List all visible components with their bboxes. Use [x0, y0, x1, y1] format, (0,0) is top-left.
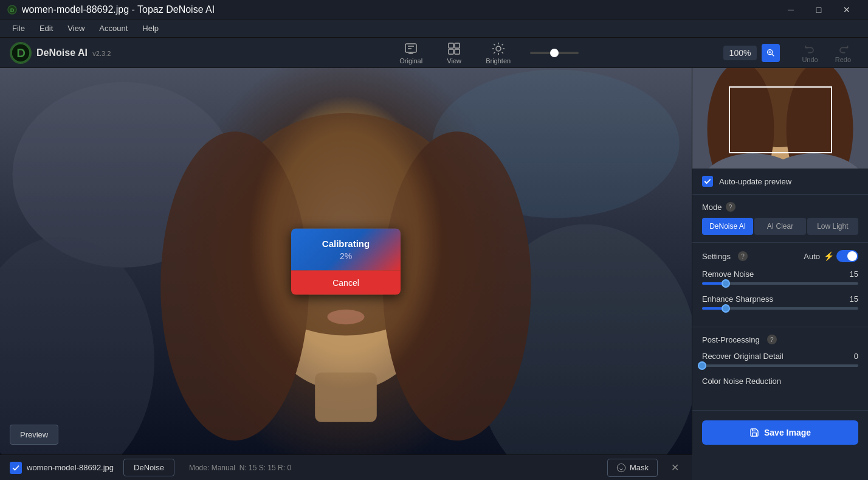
- mask-button[interactable]: Mask: [607, 459, 658, 477]
- settings-help-icon[interactable]: ?: [738, 251, 748, 261]
- calibrating-top: Calibrating 2%: [291, 228, 401, 270]
- remove-noise-label: Remove Noise: [702, 270, 754, 279]
- cancel-button[interactable]: Cancel: [291, 270, 401, 294]
- save-icon: [749, 428, 759, 437]
- mode-lowlight-btn[interactable]: Low Light: [807, 218, 858, 235]
- menu-edit[interactable]: Edit: [32, 21, 60, 35]
- remove-noise-row: Remove Noise 15: [702, 270, 858, 285]
- enhance-sharpness-value: 15: [850, 294, 858, 304]
- brighten-label: Brighten: [486, 57, 511, 64]
- mode-title: Mode: [702, 203, 722, 212]
- color-noise-row: Color Noise Reduction: [702, 377, 858, 386]
- menu-bar: File Edit View Account Help: [0, 19, 868, 38]
- mode-header: Mode ?: [702, 202, 858, 212]
- svg-line-16: [501, 44, 503, 45]
- color-noise-label: Color Noise Reduction: [702, 377, 781, 386]
- svg-point-8: [496, 46, 501, 51]
- close-file-button[interactable]: ✕: [667, 461, 682, 475]
- thumbnail-viewport[interactable]: [729, 86, 832, 153]
- main-content: Calibrating 2% Cancel Preview: [0, 68, 868, 454]
- app-logo: [10, 42, 32, 64]
- preview-button[interactable]: Preview: [10, 425, 58, 445]
- main-toolbar: DeNoise AI v2.3.2 Original View: [0, 38, 868, 68]
- photo-background: Calibrating 2% Cancel Preview: [0, 68, 692, 454]
- mask-btn-label: Mask: [630, 463, 649, 472]
- save-button[interactable]: Save Image: [702, 420, 858, 445]
- lightning-icon: ⚡: [824, 251, 834, 261]
- post-help-icon[interactable]: ?: [767, 335, 777, 344]
- post-processing-section: Post-Processing ? Recover Original Detai…: [692, 327, 868, 403]
- mode-denoise-btn[interactable]: DeNoise AI: [702, 218, 753, 235]
- mode-aiclear-btn[interactable]: AI Clear: [754, 218, 805, 235]
- logo-area: DeNoise AI v2.3.2: [10, 42, 111, 64]
- svg-line-12: [501, 52, 503, 53]
- remove-noise-thumb[interactable]: [722, 279, 730, 288]
- zoom-in-icon: [766, 48, 776, 58]
- mode-section: Mode ? DeNoise AI AI Clear Low Light: [692, 195, 868, 243]
- close-button[interactable]: ✕: [833, 0, 861, 19]
- brighten-icon: [491, 41, 506, 56]
- toolbar-center: Original View Brighten: [394, 39, 579, 67]
- brightness-control: [530, 52, 579, 54]
- calibrating-percent: 2%: [301, 251, 391, 260]
- mode-buttons: DeNoise AI AI Clear Low Light: [702, 218, 858, 235]
- mode-help-icon[interactable]: ?: [726, 202, 735, 212]
- remove-noise-label-row: Remove Noise 15: [702, 270, 858, 279]
- settings-header-left: Settings ?: [702, 251, 748, 261]
- app-name: DeNoise AI: [36, 47, 88, 58]
- calibrating-title: Calibrating: [301, 238, 391, 248]
- redo-label: Redo: [835, 56, 851, 63]
- undo-icon: [804, 43, 816, 55]
- undo-redo-area: Undo Redo: [794, 40, 858, 66]
- enhance-sharpness-track: [702, 307, 858, 310]
- right-panel: Auto-update preview Mode ? DeNoise AI AI…: [692, 68, 868, 454]
- canvas-area[interactable]: Calibrating 2% Cancel Preview: [0, 68, 692, 454]
- svg-rect-6: [449, 49, 453, 54]
- menu-help[interactable]: Help: [135, 21, 166, 35]
- svg-point-28: [383, 131, 531, 440]
- recover-detail-thumb[interactable]: [698, 361, 706, 370]
- mode-info: Mode: Manual N: 15 S: 15 R: 0: [189, 464, 291, 472]
- svg-rect-29: [315, 372, 377, 422]
- recover-detail-value: 0: [854, 352, 858, 361]
- brightness-slider[interactable]: [530, 52, 579, 54]
- brighten-button[interactable]: Brighten: [481, 39, 515, 67]
- redo-button[interactable]: Redo: [828, 40, 858, 66]
- redo-icon: [837, 43, 849, 55]
- view-label: View: [447, 57, 461, 64]
- file-name: women-model-88692.jpg: [27, 463, 114, 472]
- remove-noise-track: [702, 282, 858, 285]
- minimize-button[interactable]: ─: [777, 0, 805, 19]
- enhance-sharpness-label: Enhance Sharpness: [702, 294, 773, 304]
- original-icon: [404, 41, 418, 56]
- auto-toggle-switch[interactable]: [836, 250, 858, 262]
- menu-view[interactable]: View: [60, 21, 92, 35]
- undo-button[interactable]: Undo: [794, 40, 825, 66]
- bottom-right-area: Mask ✕: [607, 459, 682, 477]
- toolbar-right: 100% Undo Redo: [723, 40, 858, 66]
- svg-point-27: [160, 131, 309, 440]
- titlebar-left: D women-model-88692.jpg - Topaz DeNoise …: [7, 4, 215, 15]
- save-button-label: Save Image: [764, 428, 811, 437]
- zoom-in-button[interactable]: [762, 44, 780, 62]
- view-button[interactable]: View: [442, 39, 466, 67]
- denoise-button[interactable]: DeNoise: [123, 459, 174, 476]
- file-check-area: women-model-88692.jpg: [10, 462, 114, 474]
- save-button-area: Save Image: [692, 410, 868, 454]
- menu-file[interactable]: File: [5, 21, 32, 35]
- original-button[interactable]: Original: [394, 39, 427, 67]
- recover-detail-label-row: Recover Original Detail 0: [702, 352, 858, 361]
- enhance-sharpness-thumb[interactable]: [722, 304, 730, 313]
- app-version: v2.3.2: [92, 50, 111, 57]
- maximize-button[interactable]: □: [805, 0, 833, 19]
- titlebar-controls: ─ □ ✕: [777, 0, 861, 19]
- svg-rect-3: [405, 44, 416, 52]
- auto-update-checkbox[interactable]: [702, 176, 713, 187]
- recover-detail-track: [702, 364, 858, 367]
- mode-manual: Mode: Manual: [189, 464, 235, 472]
- settings-section: Settings ? Auto ⚡ Remove Noise 15: [692, 243, 868, 327]
- auto-update-row: Auto-update preview: [692, 169, 868, 195]
- auto-update-label: Auto-update preview: [719, 177, 791, 186]
- original-label: Original: [399, 57, 422, 64]
- menu-account[interactable]: Account: [92, 21, 135, 35]
